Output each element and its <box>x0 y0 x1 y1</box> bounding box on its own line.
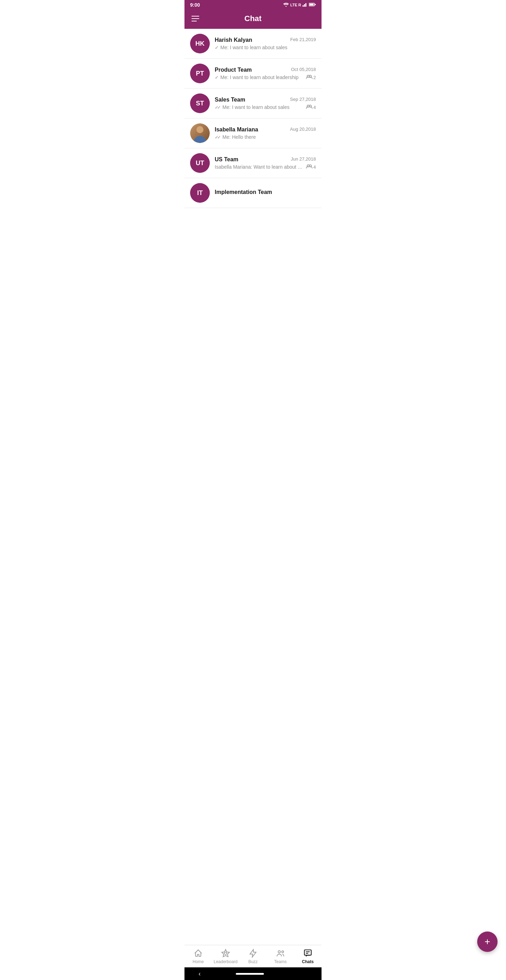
status-time: 9:00 <box>190 2 200 8</box>
chat-name-hk: Harish Kalyan <box>215 37 252 43</box>
lte-text: LTE R <box>290 3 301 7</box>
home-icon <box>194 949 203 958</box>
nav-label-chats: Chats <box>302 959 313 964</box>
chat-content-im: Isabella Mariana Aug 20,2018 ✓✓ Me: Hell… <box>215 127 316 140</box>
avatar-hk: HK <box>190 34 210 53</box>
home-gesture-pill[interactable] <box>236 973 264 975</box>
nav-item-leaderboard[interactable]: Leaderboard <box>212 945 239 967</box>
chat-content-st: Sales Team Sep 27,2018 ✓✓ Me: I want to … <box>215 97 316 110</box>
avatar-im <box>190 123 210 143</box>
nav-item-buzz[interactable]: Buzz <box>239 945 267 967</box>
wifi-icon <box>283 2 289 8</box>
chat-content-ut: US Team Jun 27,2018 Isabella Mariana: Wa… <box>215 156 316 170</box>
chat-date-im: Aug 20,2018 <box>290 127 316 132</box>
back-button[interactable]: ‹ <box>199 970 200 978</box>
svg-point-14 <box>224 952 227 955</box>
svg-rect-6 <box>315 4 316 5</box>
teams-icon <box>276 949 285 958</box>
chat-name-ite: Implementation Team <box>215 189 272 196</box>
double-check-icon-im: ✓✓ <box>215 135 221 140</box>
chat-name-ut: US Team <box>215 156 238 163</box>
svg-marker-15 <box>250 950 256 957</box>
chat-content-pt: Product Team Oct 05,2018 ✓ Me: I want to… <box>215 67 316 81</box>
avatar-photo-im <box>190 123 210 143</box>
chat-preview-im: ✓✓ Me: Hello there <box>215 134 316 140</box>
bottom-nav: Home Leaderboard Buzz Teams Chats <box>185 945 321 967</box>
avatar-ite: IT <box>190 183 210 203</box>
svg-point-17 <box>282 950 283 952</box>
chat-preview-pt: ✓ Me: I want to learn about leadership <box>215 75 303 80</box>
chat-date-hk: Feb 21,2019 <box>290 37 316 42</box>
group-icon-pt <box>306 75 312 81</box>
chat-item-hk[interactable]: HK Harish Kalyan Feb 21,2019 ✓ Me: I wan… <box>185 29 321 59</box>
chat-name-pt: Product Team <box>215 67 252 73</box>
chat-content-ite: Implementation Team <box>215 189 316 197</box>
status-bar: 9:00 LTE R <box>185 0 321 10</box>
chat-preview-st: ✓✓ Me: I want to learn about sales <box>215 104 303 110</box>
svg-rect-2 <box>304 4 305 7</box>
check-icon-hk: ✓ <box>215 45 219 50</box>
page-title: Chat <box>200 14 306 23</box>
chat-item-ut[interactable]: UT US Team Jun 27,2018 Isabella Mariana:… <box>185 148 321 178</box>
avatar-pt: PT <box>190 64 210 83</box>
member-count-pt: 2 <box>306 75 316 81</box>
chat-name-st: Sales Team <box>215 97 245 103</box>
svg-point-0 <box>286 6 287 7</box>
member-count-ut: 4 <box>306 164 316 170</box>
chat-item-im[interactable]: Isabella Mariana Aug 20,2018 ✓✓ Me: Hell… <box>185 118 321 148</box>
header: Chat <box>185 10 321 29</box>
gesture-bar: ‹ <box>185 967 321 980</box>
battery-icon <box>309 2 316 8</box>
svg-marker-13 <box>222 950 229 957</box>
svg-rect-1 <box>302 5 304 7</box>
avatar-st: ST <box>190 94 210 113</box>
chat-preview-hk: ✓ Me: I want to learn about sales <box>215 45 316 50</box>
chat-name-im: Isabella Mariana <box>215 127 258 133</box>
avatar-ut: UT <box>190 153 210 173</box>
double-check-icon-st: ✓✓ <box>215 105 221 110</box>
svg-rect-3 <box>306 3 306 7</box>
nav-label-home: Home <box>193 959 204 964</box>
chat-date-ut: Jun 27,2018 <box>291 156 316 162</box>
chat-date-pt: Oct 05,2018 <box>291 67 316 72</box>
status-icons: LTE R <box>283 2 316 8</box>
chat-item-ite[interactable]: IT Implementation Team <box>185 178 321 208</box>
group-icon-ut <box>306 164 312 170</box>
buzz-icon <box>248 949 258 958</box>
svg-rect-5 <box>310 3 314 5</box>
nav-item-chats[interactable]: Chats <box>294 945 321 967</box>
nav-item-teams[interactable]: Teams <box>267 945 294 967</box>
chat-list: HK Harish Kalyan Feb 21,2019 ✓ Me: I wan… <box>185 29 321 945</box>
menu-button[interactable] <box>190 14 200 23</box>
svg-rect-18 <box>304 950 311 955</box>
chat-item-pt[interactable]: PT Product Team Oct 05,2018 ✓ Me: I want… <box>185 59 321 89</box>
check-icon-pt: ✓ <box>215 75 219 80</box>
nav-item-home[interactable]: Home <box>185 945 212 967</box>
chat-date-st: Sep 27,2018 <box>290 97 316 102</box>
chat-preview-ut: Isabella Mariana: Want to learn about co… <box>215 164 303 170</box>
nav-label-buzz: Buzz <box>248 959 258 964</box>
leaderboard-icon <box>221 949 230 958</box>
chat-content-hk: Harish Kalyan Feb 21,2019 ✓ Me: I want t… <box>215 37 316 50</box>
chat-item-st[interactable]: ST Sales Team Sep 27,2018 ✓✓ Me: I want … <box>185 89 321 118</box>
chats-icon <box>303 949 312 958</box>
member-count-st: 4 <box>306 104 316 110</box>
signal-icon <box>302 2 307 8</box>
nav-label-leaderboard: Leaderboard <box>214 959 237 964</box>
svg-point-16 <box>278 950 281 953</box>
nav-label-teams: Teams <box>274 959 286 964</box>
group-icon-st <box>306 104 312 110</box>
